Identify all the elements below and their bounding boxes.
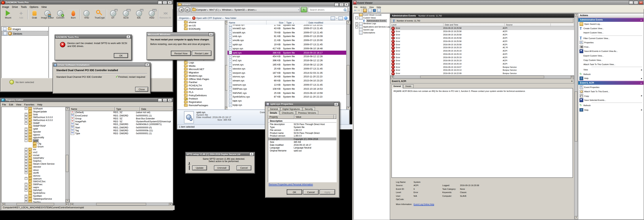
expand-toggle[interactable]: + — [25, 154, 28, 157]
toolbar-button[interactable]: TrueCrypt — [93, 10, 106, 20]
folder-tree-item[interactable]: Microsoft.NET — [178, 67, 227, 71]
action-item[interactable]: Event Properties ▶ — [578, 85, 644, 89]
open-with-cff-button[interactable]: Open with CFF Explorer▾ — [192, 17, 224, 20]
registry-tree-item[interactable]: Cfg — [2, 142, 69, 145]
expand-toggle[interactable]: + — [25, 122, 28, 125]
toolbar-button[interactable]: HDD HDD — [145, 10, 158, 20]
tab[interactable]: Security — [302, 107, 315, 111]
menu-item[interactable]: File — [354, 6, 358, 8]
registry-tree-item[interactable]: - sptd — [2, 139, 69, 142]
registry-tree-item[interactable]: + sppsvc — [2, 133, 69, 136]
event-row[interactable]: Error 2016-09-15 16:25:58 ACPI — [390, 43, 574, 46]
action-item[interactable]: Create Custom View... ▶ — [578, 26, 644, 31]
cancel-button[interactable]: Cancel — [236, 165, 252, 170]
action-item[interactable]: Copy ▶ — [578, 94, 644, 98]
registry-tree-item[interactable]: + SysMain — [2, 194, 69, 197]
registry-tree-item[interactable]: + Steam Client Service — [2, 162, 69, 165]
registry-tree-item[interactable]: SWGVCSvc — [2, 180, 69, 183]
search-icon[interactable] — [344, 9, 346, 11]
file-row[interactable]: SWVNIC.sys 25 KB System file 2015-06-10 … — [228, 91, 347, 95]
tab[interactable]: Previous Versions — [296, 111, 318, 115]
expand-toggle[interactable]: + — [25, 183, 28, 186]
file-row[interactable]: spsys.sys 417 KB System file 2009-06-10 … — [228, 47, 347, 51]
folder-tree-item[interactable]: PLA — [178, 90, 227, 94]
expand-toggle[interactable]: + — [25, 128, 28, 130]
registry-tree-item[interactable]: storvsc — [2, 174, 69, 177]
action-pane-toolbar-icon[interactable] — [377, 9, 380, 12]
event-row[interactable]: Error 2016-09-15 16:25:19 ACPI — [390, 59, 574, 62]
registry-tree-item[interactable]: SkypeUpdate — [2, 110, 69, 113]
event-row[interactable]: Error 2016-09-15 16:25:58 ACPI — [390, 33, 574, 37]
registry-value-row[interactable]: (Default) REG_SZ (value not set) — [70, 111, 172, 114]
toolbar-button[interactable]: DT DT — [106, 10, 120, 20]
breadcrumb-segment[interactable]: drivers — [248, 9, 258, 11]
menu-item[interactable]: Action — [360, 6, 366, 8]
close-button[interactable]: × — [249, 152, 254, 156]
event-list-hscrollbar[interactable]: ◀▶ — [390, 75, 574, 79]
close-button[interactable]: × — [168, 1, 172, 4]
update-button[interactable]: Update — [192, 165, 207, 170]
registry-tree-item[interactable]: + sppuinotify — [2, 136, 69, 139]
property-row[interactable]: Original filename sptd.sys — [268, 149, 336, 152]
action-item[interactable]: Save Selected Events... ▶ — [578, 98, 644, 102]
breadcrumb-segment[interactable]: Win7 (C:) — [209, 9, 222, 11]
file-row[interactable]: sptd.sys 386 KB System file 2016-09-15 1… — [228, 51, 347, 55]
file-row[interactable]: srvnet.sys 165 KB System file 2016-08-12… — [228, 63, 347, 67]
column-header-value[interactable]: Value — [294, 115, 334, 119]
action-item[interactable]: Refresh ▶ — [578, 72, 644, 76]
expand-toggle[interactable]: + — [25, 148, 28, 151]
expand-toggle[interactable]: + — [25, 116, 28, 119]
folder-tree-item[interactable]: Migration — [178, 71, 227, 74]
actions-section-header[interactable]: Event 6, ACPI▲ — [578, 80, 644, 85]
cancel-button[interactable]: Cancel — [303, 189, 319, 195]
event-pane-header[interactable]: Event 6, ACPI × — [390, 79, 574, 84]
event-row[interactable]: Error 2016-09-15 16:22:09 Bonjour Servic… — [390, 72, 574, 75]
expand-toggle[interactable]: + — [25, 186, 28, 189]
show-console-tree-icon[interactable] — [363, 9, 367, 12]
tab[interactable]: Checksums — [280, 111, 296, 115]
event-row[interactable]: Error 2016-09-15 16:25:58 ACPI — [390, 30, 574, 33]
property-row[interactable]: Type System file — [268, 126, 336, 129]
folder-tree-item[interactable]: en-US — [178, 24, 227, 27]
file-row[interactable]: SWIPsec.sys 108 KB System file 2015-10-1… — [228, 87, 347, 91]
registry-tree-item[interactable]: + SstpSvc — [2, 160, 69, 162]
folder-tree-item[interactable]: PolicyDefinitions — [178, 94, 227, 97]
breadcrumb-segment[interactable]: Computer — [196, 9, 209, 11]
event-row[interactable]: Error 2016-09-15 16:24:07 Bonjour Servic… — [390, 65, 574, 69]
file-list-scrollbar[interactable]: ▲▼ — [346, 21, 350, 110]
close-button[interactable]: × — [145, 63, 150, 67]
expand-toggle[interactable]: + — [25, 197, 28, 200]
close-dialog-button[interactable]: Close — [135, 87, 148, 92]
explorer-titlebar[interactable]: drivers _ □ × — [177, 3, 350, 7]
help-toolbar-icon[interactable]: ? — [373, 9, 376, 12]
action-item[interactable]: View ▶ — [578, 67, 644, 72]
expand-toggle[interactable]: + — [25, 171, 28, 174]
action-item[interactable]: Help ▶ — [578, 107, 644, 112]
action-item[interactable]: Export Custom View... ▶ — [578, 53, 644, 58]
toolbar-button[interactable]: Add — [15, 10, 28, 20]
folder-tree-item[interactable]: Media — [178, 64, 227, 67]
registry-tree-item[interactable]: + Smb — [2, 113, 69, 116]
action-item[interactable]: Import Custom View... ▶ — [578, 31, 644, 35]
column-header-source[interactable]: Source — [505, 23, 551, 27]
column-header-type[interactable]: Type — [115, 107, 140, 111]
registry-tree-item[interactable]: SNMPTRAP — [2, 125, 69, 128]
restart-now-button[interactable]: Restart Now — [171, 51, 191, 56]
action-item[interactable]: Attach Task To This Event... ▶ — [578, 89, 644, 94]
file-row[interactable]: stexstor.sys 25 KB System file 2009-07-1… — [228, 67, 347, 71]
minimize-button[interactable]: _ — [629, 1, 634, 5]
menu-item[interactable]: Edit — [9, 103, 13, 105]
property-row[interactable]: File version 1.89.0.0 — [268, 129, 336, 132]
file-row[interactable]: Synth3dVsc.sys 87 KB System file 2010-11… — [228, 95, 347, 99]
registry-tree-vscrollbar[interactable]: ▲▼ — [65, 107, 69, 203]
registry-tree-item[interactable]: + SWVNIC — [2, 189, 69, 192]
file-row[interactable]: srv.sys 454 KB System file 2016-08-12 12… — [228, 55, 347, 59]
column-header-name[interactable]: Name — [228, 21, 266, 25]
expand-toggle[interactable]: + — [25, 162, 28, 165]
expand-toggle[interactable]: + — [355, 22, 358, 25]
file-row[interactable]: sfloppy.sys 17 KB System file 2009-07-13… — [228, 25, 347, 26]
main-pane-vscrollbar[interactable]: ▲▼ — [574, 13, 578, 220]
expand-toggle[interactable]: + — [25, 113, 28, 116]
dialog-titlebar[interactable]: sptd.sys Properties × — [265, 102, 339, 106]
actions-section-header[interactable]: Administrative Events▲ — [578, 18, 644, 22]
